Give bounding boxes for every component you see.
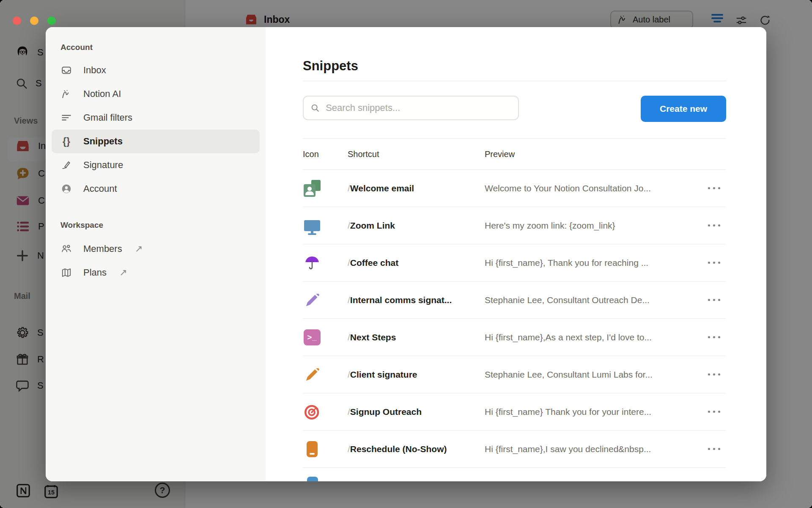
snippets-table: Icon Shortcut Preview /Welcome email Wel… bbox=[303, 138, 726, 468]
monitor-icon bbox=[303, 216, 321, 235]
nav-item-account[interactable]: Account bbox=[52, 177, 260, 201]
contact-card-icon bbox=[303, 179, 321, 198]
table-row[interactable]: /Welcome email Welcome to Your Notion Co… bbox=[303, 170, 726, 207]
table-row[interactable]: /Internal comms signat... Stephanie Lee,… bbox=[303, 282, 726, 319]
signature-icon bbox=[60, 159, 72, 171]
umbrella-icon bbox=[303, 254, 321, 272]
terminal-icon: >_ bbox=[303, 328, 321, 347]
table-row[interactable]: /Coffee chat Hi {first_name}, Thank you … bbox=[303, 244, 726, 282]
more-options-button[interactable] bbox=[702, 299, 726, 301]
more-options-button[interactable] bbox=[702, 336, 726, 338]
external-link-icon: ↗ bbox=[135, 243, 143, 254]
page-title: Snippets bbox=[303, 58, 358, 74]
more-options-button[interactable] bbox=[702, 373, 726, 375]
more-options-button[interactable] bbox=[702, 448, 726, 450]
nav-item-members[interactable]: Members ↗ bbox=[52, 237, 260, 261]
nav-section-workspace: Workspace bbox=[52, 218, 260, 233]
table-row[interactable]: /Signup Outreach Hi {first_name} Thank y… bbox=[303, 393, 726, 431]
table-row[interactable]: /Client signature Stephanie Lee, Consult… bbox=[303, 356, 726, 393]
person-icon bbox=[60, 183, 72, 195]
snippet-search[interactable] bbox=[303, 96, 519, 120]
inbox-icon bbox=[60, 64, 72, 76]
nav-item-signature[interactable]: Signature bbox=[52, 153, 260, 177]
filter-lines-icon bbox=[60, 112, 72, 124]
column-preview: Preview bbox=[485, 149, 702, 159]
nav-item-gmail-filters[interactable]: Gmail filters bbox=[52, 106, 260, 130]
braces-icon: {} bbox=[60, 135, 72, 147]
more-options-button[interactable] bbox=[702, 224, 726, 226]
create-new-button[interactable]: Create new bbox=[641, 96, 726, 122]
purple-pen-icon bbox=[303, 291, 321, 309]
column-icon: Icon bbox=[303, 149, 348, 159]
screen: S S Views In C C P N Mail bbox=[0, 0, 812, 508]
column-shortcut: Shortcut bbox=[348, 149, 485, 159]
zoom-button[interactable] bbox=[47, 17, 56, 25]
map-icon bbox=[60, 267, 72, 279]
more-options-button[interactable] bbox=[702, 187, 726, 189]
table-row[interactable]: >_ /Next Steps Hi {first_name},As a next… bbox=[303, 319, 726, 356]
search-icon bbox=[310, 103, 320, 113]
journal-icon bbox=[303, 440, 321, 458]
nav-item-inbox[interactable]: Inbox bbox=[52, 58, 260, 82]
nav-item-snippets[interactable]: {} Snippets bbox=[52, 130, 260, 153]
divider bbox=[303, 81, 726, 81]
settings-modal: Account Inbox Notion AI Gmail filters {}… bbox=[46, 27, 766, 481]
nav-item-notion-ai[interactable]: Notion AI bbox=[52, 82, 260, 106]
table-row[interactable]: /Zoom Link Here's my zoom link: {zoom_li… bbox=[303, 207, 726, 244]
orange-pencil-icon bbox=[303, 365, 321, 384]
minimize-button[interactable] bbox=[30, 17, 38, 25]
members-icon bbox=[60, 243, 72, 255]
more-options-button[interactable] bbox=[702, 262, 726, 264]
partial-next-row-icon bbox=[307, 477, 318, 481]
nav-item-plans[interactable]: Plans ↗ bbox=[52, 261, 260, 284]
search-input[interactable] bbox=[326, 102, 511, 113]
more-options-button[interactable] bbox=[702, 411, 726, 413]
notion-ai-icon bbox=[60, 88, 72, 100]
settings-nav: Account Inbox Notion AI Gmail filters {}… bbox=[46, 27, 266, 481]
settings-content: Snippets Create new Icon Shortcut Previe… bbox=[266, 27, 766, 481]
close-button[interactable] bbox=[13, 17, 21, 25]
table-row[interactable]: /Reschedule (No-Show) Hi {first_name},I … bbox=[303, 431, 726, 468]
table-header: Icon Shortcut Preview bbox=[303, 138, 726, 170]
external-link-icon: ↗ bbox=[119, 267, 127, 278]
target-icon bbox=[303, 403, 321, 421]
nav-section-account: Account bbox=[52, 40, 260, 55]
